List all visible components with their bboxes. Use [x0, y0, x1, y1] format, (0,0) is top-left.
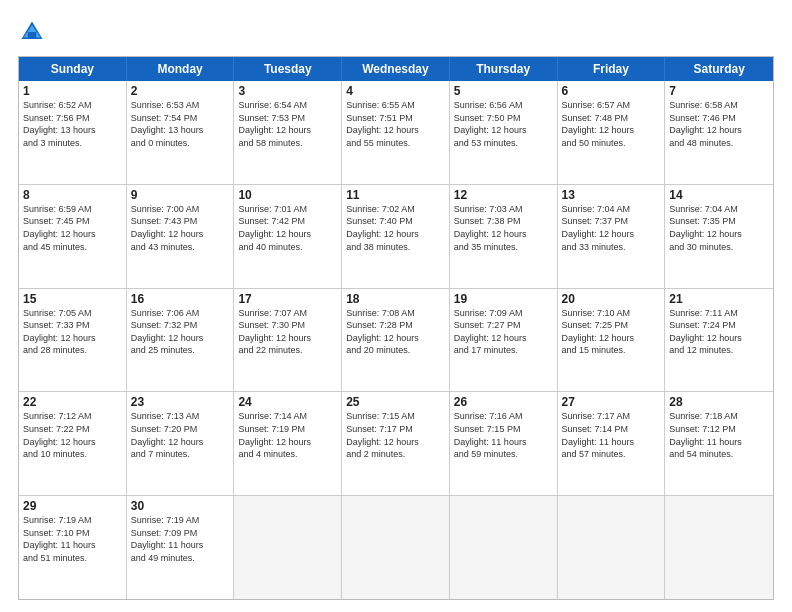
day-info: Sunrise: 7:04 AMSunset: 7:35 PMDaylight:…: [669, 203, 769, 253]
day-info: Sunrise: 6:55 AMSunset: 7:51 PMDaylight:…: [346, 99, 445, 149]
weekday-header-saturday: Saturday: [665, 57, 773, 81]
weekday-header-sunday: Sunday: [19, 57, 127, 81]
header: [18, 18, 774, 46]
day-cell-15: 15Sunrise: 7:05 AMSunset: 7:33 PMDayligh…: [19, 289, 127, 392]
day-number: 26: [454, 395, 553, 409]
calendar-row-3: 15Sunrise: 7:05 AMSunset: 7:33 PMDayligh…: [19, 288, 773, 392]
day-cell-13: 13Sunrise: 7:04 AMSunset: 7:37 PMDayligh…: [558, 185, 666, 288]
day-info: Sunrise: 7:17 AMSunset: 7:14 PMDaylight:…: [562, 410, 661, 460]
day-cell-14: 14Sunrise: 7:04 AMSunset: 7:35 PMDayligh…: [665, 185, 773, 288]
logo-icon: [18, 18, 46, 46]
day-cell-12: 12Sunrise: 7:03 AMSunset: 7:38 PMDayligh…: [450, 185, 558, 288]
day-cell-11: 11Sunrise: 7:02 AMSunset: 7:40 PMDayligh…: [342, 185, 450, 288]
day-number: 13: [562, 188, 661, 202]
day-cell-4: 4Sunrise: 6:55 AMSunset: 7:51 PMDaylight…: [342, 81, 450, 184]
day-cell-20: 20Sunrise: 7:10 AMSunset: 7:25 PMDayligh…: [558, 289, 666, 392]
day-number: 3: [238, 84, 337, 98]
day-cell-17: 17Sunrise: 7:07 AMSunset: 7:30 PMDayligh…: [234, 289, 342, 392]
calendar-row-1: 1Sunrise: 6:52 AMSunset: 7:56 PMDaylight…: [19, 81, 773, 184]
day-number: 29: [23, 499, 122, 513]
empty-cell: [558, 496, 666, 599]
day-cell-10: 10Sunrise: 7:01 AMSunset: 7:42 PMDayligh…: [234, 185, 342, 288]
day-cell-1: 1Sunrise: 6:52 AMSunset: 7:56 PMDaylight…: [19, 81, 127, 184]
day-cell-24: 24Sunrise: 7:14 AMSunset: 7:19 PMDayligh…: [234, 392, 342, 495]
day-cell-28: 28Sunrise: 7:18 AMSunset: 7:12 PMDayligh…: [665, 392, 773, 495]
day-cell-22: 22Sunrise: 7:12 AMSunset: 7:22 PMDayligh…: [19, 392, 127, 495]
day-info: Sunrise: 7:00 AMSunset: 7:43 PMDaylight:…: [131, 203, 230, 253]
day-number: 25: [346, 395, 445, 409]
day-number: 4: [346, 84, 445, 98]
day-cell-9: 9Sunrise: 7:00 AMSunset: 7:43 PMDaylight…: [127, 185, 235, 288]
weekday-header-monday: Monday: [127, 57, 235, 81]
day-number: 9: [131, 188, 230, 202]
empty-cell: [234, 496, 342, 599]
weekday-header-wednesday: Wednesday: [342, 57, 450, 81]
day-cell-26: 26Sunrise: 7:16 AMSunset: 7:15 PMDayligh…: [450, 392, 558, 495]
logo: [18, 18, 50, 46]
calendar-row-5: 29Sunrise: 7:19 AMSunset: 7:10 PMDayligh…: [19, 495, 773, 599]
empty-cell: [342, 496, 450, 599]
page: SundayMondayTuesdayWednesdayThursdayFrid…: [0, 0, 792, 612]
day-number: 6: [562, 84, 661, 98]
day-cell-8: 8Sunrise: 6:59 AMSunset: 7:45 PMDaylight…: [19, 185, 127, 288]
day-number: 22: [23, 395, 122, 409]
day-number: 5: [454, 84, 553, 98]
day-info: Sunrise: 7:16 AMSunset: 7:15 PMDaylight:…: [454, 410, 553, 460]
day-number: 1: [23, 84, 122, 98]
day-cell-7: 7Sunrise: 6:58 AMSunset: 7:46 PMDaylight…: [665, 81, 773, 184]
day-info: Sunrise: 7:03 AMSunset: 7:38 PMDaylight:…: [454, 203, 553, 253]
day-number: 12: [454, 188, 553, 202]
calendar-row-4: 22Sunrise: 7:12 AMSunset: 7:22 PMDayligh…: [19, 391, 773, 495]
day-info: Sunrise: 6:54 AMSunset: 7:53 PMDaylight:…: [238, 99, 337, 149]
day-number: 23: [131, 395, 230, 409]
day-info: Sunrise: 7:12 AMSunset: 7:22 PMDaylight:…: [23, 410, 122, 460]
svg-rect-2: [28, 32, 36, 39]
day-number: 7: [669, 84, 769, 98]
day-number: 19: [454, 292, 553, 306]
day-cell-21: 21Sunrise: 7:11 AMSunset: 7:24 PMDayligh…: [665, 289, 773, 392]
day-cell-5: 5Sunrise: 6:56 AMSunset: 7:50 PMDaylight…: [450, 81, 558, 184]
weekday-header-tuesday: Tuesday: [234, 57, 342, 81]
calendar-body: 1Sunrise: 6:52 AMSunset: 7:56 PMDaylight…: [19, 81, 773, 599]
day-info: Sunrise: 6:59 AMSunset: 7:45 PMDaylight:…: [23, 203, 122, 253]
day-info: Sunrise: 7:19 AMSunset: 7:09 PMDaylight:…: [131, 514, 230, 564]
day-info: Sunrise: 6:53 AMSunset: 7:54 PMDaylight:…: [131, 99, 230, 149]
day-info: Sunrise: 7:04 AMSunset: 7:37 PMDaylight:…: [562, 203, 661, 253]
day-cell-6: 6Sunrise: 6:57 AMSunset: 7:48 PMDaylight…: [558, 81, 666, 184]
day-number: 20: [562, 292, 661, 306]
day-info: Sunrise: 7:09 AMSunset: 7:27 PMDaylight:…: [454, 307, 553, 357]
day-info: Sunrise: 6:52 AMSunset: 7:56 PMDaylight:…: [23, 99, 122, 149]
day-number: 15: [23, 292, 122, 306]
day-info: Sunrise: 7:07 AMSunset: 7:30 PMDaylight:…: [238, 307, 337, 357]
empty-cell: [665, 496, 773, 599]
day-cell-27: 27Sunrise: 7:17 AMSunset: 7:14 PMDayligh…: [558, 392, 666, 495]
day-cell-3: 3Sunrise: 6:54 AMSunset: 7:53 PMDaylight…: [234, 81, 342, 184]
day-info: Sunrise: 7:18 AMSunset: 7:12 PMDaylight:…: [669, 410, 769, 460]
day-info: Sunrise: 7:19 AMSunset: 7:10 PMDaylight:…: [23, 514, 122, 564]
day-cell-18: 18Sunrise: 7:08 AMSunset: 7:28 PMDayligh…: [342, 289, 450, 392]
day-info: Sunrise: 6:56 AMSunset: 7:50 PMDaylight:…: [454, 99, 553, 149]
day-info: Sunrise: 7:15 AMSunset: 7:17 PMDaylight:…: [346, 410, 445, 460]
day-number: 17: [238, 292, 337, 306]
day-info: Sunrise: 7:11 AMSunset: 7:24 PMDaylight:…: [669, 307, 769, 357]
day-info: Sunrise: 7:01 AMSunset: 7:42 PMDaylight:…: [238, 203, 337, 253]
day-info: Sunrise: 6:57 AMSunset: 7:48 PMDaylight:…: [562, 99, 661, 149]
day-cell-23: 23Sunrise: 7:13 AMSunset: 7:20 PMDayligh…: [127, 392, 235, 495]
day-info: Sunrise: 7:10 AMSunset: 7:25 PMDaylight:…: [562, 307, 661, 357]
day-info: Sunrise: 7:02 AMSunset: 7:40 PMDaylight:…: [346, 203, 445, 253]
day-number: 24: [238, 395, 337, 409]
day-info: Sunrise: 7:08 AMSunset: 7:28 PMDaylight:…: [346, 307, 445, 357]
day-number: 30: [131, 499, 230, 513]
weekday-header-thursday: Thursday: [450, 57, 558, 81]
day-number: 27: [562, 395, 661, 409]
day-cell-29: 29Sunrise: 7:19 AMSunset: 7:10 PMDayligh…: [19, 496, 127, 599]
empty-cell: [450, 496, 558, 599]
calendar-header: SundayMondayTuesdayWednesdayThursdayFrid…: [19, 57, 773, 81]
day-cell-2: 2Sunrise: 6:53 AMSunset: 7:54 PMDaylight…: [127, 81, 235, 184]
day-number: 10: [238, 188, 337, 202]
day-info: Sunrise: 7:13 AMSunset: 7:20 PMDaylight:…: [131, 410, 230, 460]
day-number: 21: [669, 292, 769, 306]
day-cell-25: 25Sunrise: 7:15 AMSunset: 7:17 PMDayligh…: [342, 392, 450, 495]
day-number: 2: [131, 84, 230, 98]
day-number: 8: [23, 188, 122, 202]
